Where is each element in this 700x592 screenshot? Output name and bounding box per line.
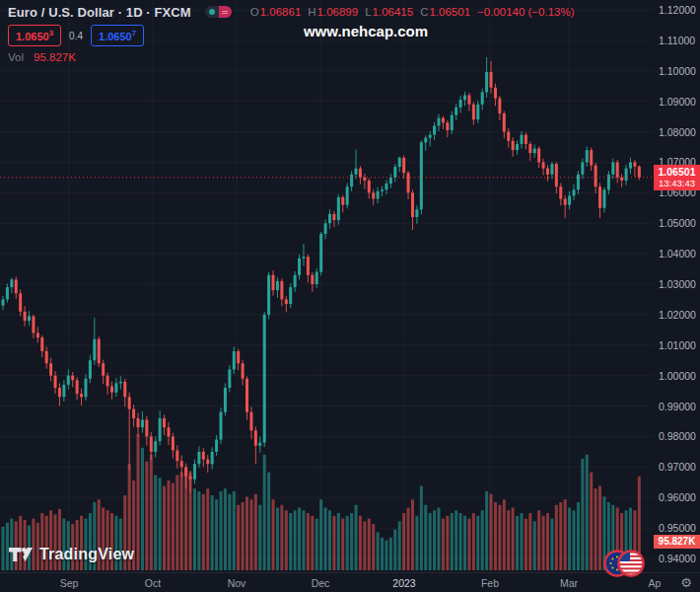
volume-bar <box>276 508 279 570</box>
candle-body <box>442 118 445 123</box>
candle-body <box>132 409 135 418</box>
sell-bid-button[interactable]: 1.06503 <box>8 25 61 46</box>
candle-body <box>481 92 484 104</box>
buy-ask-button[interactable]: 1.06507 <box>91 25 144 46</box>
candle-body <box>54 376 57 388</box>
volume-bar <box>442 519 445 570</box>
volume-bar <box>167 481 170 570</box>
candlestick-chart[interactable] <box>0 0 654 572</box>
candle-body <box>537 149 540 163</box>
volume-value: 95.827K <box>34 51 76 63</box>
candle-body <box>494 88 497 99</box>
volume-bar <box>359 516 362 570</box>
candle-body <box>93 339 96 361</box>
candle-body <box>167 427 170 436</box>
volume-bar <box>220 491 223 570</box>
volume-bar <box>490 494 493 570</box>
price-axis-label: 0.95000 <box>659 522 696 534</box>
volume-bar <box>533 521 536 570</box>
candle-body <box>141 419 144 427</box>
price-axis-label: 1.00000 <box>659 370 696 382</box>
volume-bar <box>242 502 245 570</box>
price-axis-label: 0.99000 <box>659 401 696 412</box>
candle-body <box>106 376 109 387</box>
volume-bar <box>228 494 231 570</box>
time-axis[interactable]: ⚙ SepOctNovDec2023FebMarAp <box>0 572 700 592</box>
volume-bar <box>307 513 310 570</box>
volume-bar <box>294 510 297 570</box>
volume-bar <box>141 448 144 570</box>
candle-body <box>280 281 283 300</box>
candle-body <box>123 382 126 397</box>
candle-body <box>577 175 580 189</box>
volume-label[interactable]: Vol <box>8 51 24 63</box>
candle-body <box>429 135 432 138</box>
volume-bar <box>528 513 531 570</box>
candle-body <box>19 293 22 312</box>
volume-bar <box>202 494 205 570</box>
candle-body <box>620 178 623 181</box>
volume-bar <box>258 505 261 570</box>
change-value: −0.00140 (−0.13%) <box>477 6 574 18</box>
volume-bar <box>332 516 335 570</box>
eurusd-pair-flags-icon <box>602 548 646 583</box>
candle-body <box>550 164 553 175</box>
volume-bar <box>546 513 549 570</box>
volume-bar <box>363 521 366 570</box>
candle-body <box>564 199 567 205</box>
candle-body <box>459 100 462 108</box>
candle-body <box>242 363 245 378</box>
market-open-dot-icon <box>209 9 215 15</box>
price-axis-label: 1.09000 <box>659 96 696 108</box>
volume-bar <box>407 508 410 570</box>
candle-body <box>32 316 35 333</box>
price-axis-label: 0.96000 <box>659 491 696 503</box>
volume-bar <box>350 513 353 570</box>
low-label: L <box>365 6 371 18</box>
us-flag-circle <box>618 551 644 576</box>
candle-body <box>193 464 196 479</box>
candle-body <box>154 441 157 452</box>
candle-body <box>211 452 214 464</box>
time-axis-label: Nov <box>228 577 246 589</box>
market-status-toggle[interactable] <box>205 6 232 18</box>
axis-settings-gear-icon[interactable]: ⚙ <box>680 575 692 590</box>
candle-body <box>581 162 584 174</box>
candle-body <box>276 281 279 290</box>
candle-body <box>485 72 488 92</box>
candle-body <box>45 351 48 363</box>
volume-bar <box>520 513 523 570</box>
volume-bar <box>280 505 283 570</box>
candle-body <box>285 299 288 304</box>
time-axis-label: Dec <box>312 577 330 589</box>
candle-body <box>472 105 475 119</box>
price-axis[interactable]: 1.06501 13:43:43 95.827K 1.120001.110001… <box>654 0 700 572</box>
candle-body <box>302 257 305 259</box>
candle-body <box>520 135 523 144</box>
candle-body <box>206 460 209 465</box>
candle-body <box>350 175 353 186</box>
volume-bar <box>237 505 240 570</box>
time-axis-label: Feb <box>481 577 499 589</box>
candle-body <box>128 397 131 408</box>
candle-body <box>175 450 178 461</box>
candle-body <box>407 173 410 192</box>
ohlc-readout: O1.06861 H1.06899 L1.06415 C1.06501 −0.0… <box>244 6 575 18</box>
symbol-title[interactable]: Euro / U.S. Dollar · 1D · FXCM <box>8 5 191 20</box>
volume-bar <box>346 516 349 570</box>
volume-bar <box>385 541 387 570</box>
volume-bar <box>249 499 252 570</box>
price-axis-label: 1.08000 <box>659 126 696 138</box>
tradingview-logo[interactable]: TradingView <box>9 546 134 563</box>
volume-bar <box>415 516 418 570</box>
volume-bar <box>481 510 484 570</box>
volume-bar <box>285 510 288 570</box>
candle-body <box>298 259 301 275</box>
volume-bar <box>341 519 344 570</box>
candle-body <box>249 412 252 431</box>
candle-body <box>40 337 43 351</box>
volume-bar <box>193 488 196 570</box>
candle-body <box>377 191 380 199</box>
candle-body <box>498 99 501 113</box>
candle-body <box>184 467 187 476</box>
